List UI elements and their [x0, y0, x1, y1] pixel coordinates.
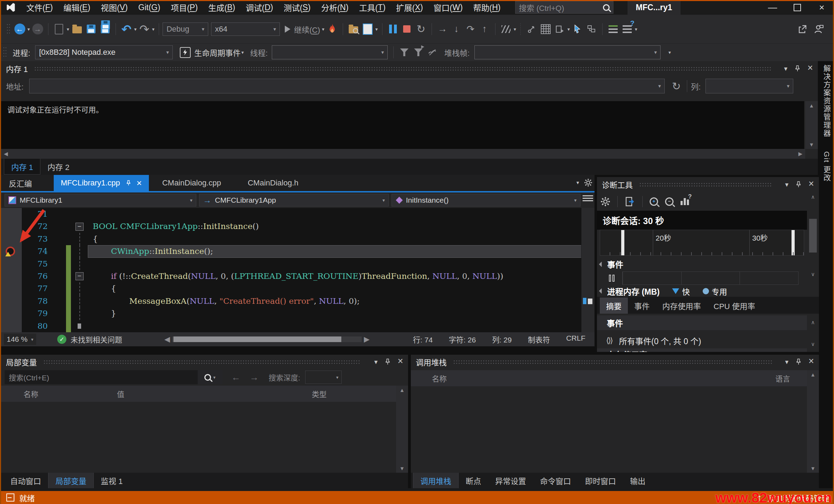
menu-item[interactable]: 编辑(E) — [58, 0, 96, 15]
diagnostics-tab[interactable]: 内存使用率 — [656, 297, 707, 314]
stack-frame-dropdown[interactable]: ▾ — [474, 45, 661, 59]
quick-search-box[interactable]: 搜索 (Ctrl+Q) — [515, 1, 613, 14]
collapse-icon[interactable]: − — [75, 272, 84, 280]
menu-item[interactable]: 分析(N) — [316, 0, 354, 15]
column-header[interactable]: 类型 — [312, 388, 396, 399]
callstack-scrollbar[interactable]: ▲ ▼ — [807, 370, 819, 473]
breakpoint-margin[interactable] — [1, 270, 22, 282]
chevron-down-icon[interactable]: ▾ — [322, 26, 324, 32]
breakpoint-margin[interactable] — [1, 295, 22, 307]
code-editor[interactable]: 7172−BOOL CMFCLibrary1App::InitInstance(… — [1, 208, 595, 332]
tab-list-icon[interactable]: ▾ — [576, 179, 579, 186]
code-text[interactable]: if (!::CreateThread(NULL, 0, (LPTHREAD_S… — [88, 270, 595, 282]
hot-reload-icon[interactable] — [326, 22, 338, 36]
image-watch-icon[interactable] — [362, 22, 374, 36]
callstack-tab[interactable]: 即时窗口 — [578, 473, 623, 488]
side-tab[interactable]: Git 更改 — [821, 151, 832, 182]
memory-vertical-scrollbar[interactable]: ▲ ▼ — [805, 101, 818, 149]
pin-icon[interactable] — [126, 180, 131, 186]
feedback-icon[interactable] — [813, 22, 825, 36]
editor-tab[interactable]: CMainDialog.cpp — [149, 175, 235, 191]
breakpoint-margin[interactable] — [1, 282, 22, 295]
window-position-icon[interactable]: ▾ — [784, 65, 788, 73]
scrollbar-thumb[interactable] — [809, 219, 817, 253]
pin-icon[interactable] — [795, 181, 801, 188]
scroll-up-icon[interactable]: ▲ — [400, 387, 405, 393]
step-out-icon[interactable]: ↑ — [479, 22, 491, 36]
pin-icon[interactable] — [385, 359, 390, 365]
diagnostics-tab[interactable]: 摘要 — [600, 297, 628, 314]
search-icon[interactable] — [204, 374, 211, 381]
disassembly-tab[interactable]: 反汇编 — [1, 175, 40, 191]
code-text[interactable]: BOOL CMFCLibrary1App::InitInstance() — [88, 220, 595, 233]
process-memory-section-header[interactable]: 进程内存 (MB) 快 专用 — [597, 285, 807, 297]
save-all-icon[interactable] — [99, 22, 111, 36]
locals-tab[interactable]: 自动窗口 — [3, 473, 48, 488]
chevron-down-icon[interactable]: ▾ — [67, 26, 69, 32]
zoom-dropdown[interactable]: 146 %▾ — [4, 334, 36, 345]
diagnostics-tab[interactable]: 事件 — [628, 297, 656, 314]
menu-item[interactable]: 扩展(X) — [391, 0, 428, 15]
type-dropdown[interactable]: → CMFCLibrary1App▾ — [199, 194, 389, 207]
scroll-down-icon[interactable]: ▼ — [810, 465, 816, 471]
stop-debugging-icon[interactable] — [401, 22, 413, 36]
save-icon[interactable] — [85, 22, 97, 36]
breakpoint-margin[interactable] — [1, 233, 22, 245]
export-icon[interactable] — [625, 196, 635, 207]
scroll-up-icon[interactable]: ∧ — [811, 194, 815, 200]
toolbar-grip[interactable] — [3, 46, 6, 58]
find-in-files-icon[interactable] — [348, 22, 360, 36]
breakpoint-margin[interactable] — [1, 208, 22, 220]
refresh-icon[interactable]: ↻ — [670, 79, 682, 93]
step-over-icon[interactable]: ↷ — [465, 22, 477, 36]
memory-tab[interactable]: 内存 1 — [4, 159, 40, 175]
menu-item[interactable]: 视图(V) — [96, 0, 133, 15]
counters-chart-icon[interactable]: ? — [681, 198, 689, 205]
toggle-suspend-icon[interactable] — [426, 45, 438, 59]
column-header[interactable]: 名称 — [1, 388, 117, 399]
scroll-left-icon[interactable]: ◀ — [4, 151, 8, 157]
locals-search-input[interactable]: 搜索(Ctrl+E) ▾ — [5, 370, 222, 384]
pin-icon[interactable] — [794, 65, 800, 72]
locals-scrollbar[interactable]: ▲ ▼ — [396, 386, 408, 473]
continue-button[interactable]: 继续(C) — [285, 22, 320, 36]
chevron-down-icon[interactable]: ▾ — [213, 375, 216, 380]
fold-margin[interactable]: − — [71, 270, 88, 282]
menu-item[interactable]: 项目(P) — [165, 0, 203, 15]
select-tool-icon[interactable] — [572, 22, 584, 36]
open-file-icon[interactable] — [71, 22, 83, 36]
menu-item[interactable]: Git(G) — [133, 0, 166, 15]
locals-tab[interactable]: 监视 1 — [94, 473, 130, 488]
editor-tab[interactable]: MFCLibrary1.cpp× — [54, 175, 149, 191]
breakpoint-margin[interactable] — [1, 258, 22, 270]
chevron-down-icon[interactable]: ▾ — [375, 26, 378, 32]
locals-content[interactable] — [1, 402, 396, 473]
window-position-icon[interactable]: ▾ — [785, 358, 789, 366]
previous-result-icon[interactable]: ← — [231, 372, 241, 383]
chevron-down-icon[interactable]: ▾ — [241, 50, 244, 55]
solution-platform-dropdown[interactable]: x64▾ — [211, 22, 280, 36]
split-window-icon[interactable] — [583, 195, 593, 205]
solution-configuration-dropdown[interactable]: Debug▾ — [163, 22, 208, 36]
search-depth-dropdown[interactable]: ▾ — [305, 371, 342, 384]
scroll-right-icon[interactable]: ▶ — [364, 335, 369, 343]
chevron-down-icon[interactable]: ▾ — [27, 26, 30, 32]
callstack-tab[interactable]: 命令窗口 — [533, 473, 578, 488]
events-section-header[interactable]: 事件 — [597, 257, 807, 271]
filter-flagged-icon[interactable] — [412, 45, 424, 59]
diagnostics-timeline[interactable]: 20秒 30秒 — [600, 230, 804, 256]
lifecycle-events-icon[interactable] — [179, 45, 191, 59]
parallel-watch-icon[interactable] — [554, 22, 566, 36]
toolbar-overflow-icon[interactable]: ▾ — [668, 50, 671, 55]
breakpoint-icon[interactable] — [6, 247, 15, 256]
search-icon[interactable] — [603, 4, 610, 11]
callstack-tab[interactable]: 输出 — [623, 473, 652, 488]
memory-tab[interactable]: 内存 2 — [40, 159, 76, 174]
scroll-right-icon[interactable]: ▶ — [798, 151, 802, 157]
close-icon[interactable]: × — [808, 356, 814, 366]
timeline-range-end[interactable] — [792, 230, 795, 255]
menu-item[interactable]: 工具(T) — [354, 0, 390, 15]
chevron-down-icon[interactable]: ▾ — [152, 26, 155, 32]
diagnostics-titlebar[interactable]: 诊断工具 ▾ × — [597, 177, 819, 192]
code-text[interactable] — [88, 208, 595, 220]
